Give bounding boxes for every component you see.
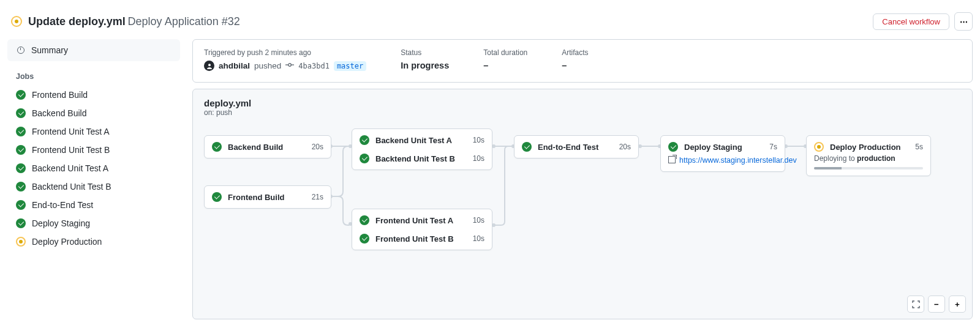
workflow-title: Update deploy.yml [28, 15, 126, 28]
node-label: Frontend Unit Test B [375, 234, 467, 244]
info-branch[interactable]: master [334, 61, 366, 71]
sidebar-job-label: Frontend Unit Test B [32, 145, 110, 155]
graph-zoom-out-button[interactable]: − [928, 296, 945, 313]
check-icon [360, 215, 369, 225]
node-deploy-production[interactable]: Deploy Production 5s Deploying to produc… [806, 135, 931, 176]
node-duration: 21s [312, 193, 323, 201]
workflow-running-icon [11, 16, 22, 27]
check-icon [360, 234, 369, 244]
sidebar-job-item[interactable]: Deploy Production [7, 232, 180, 251]
run-info-panel: Triggered by push 2 minutes ago ahdbilal… [192, 39, 973, 83]
node-duration: 10s [473, 216, 484, 225]
info-actor-action: pushed [254, 61, 281, 70]
info-artifacts-value: – [562, 61, 588, 70]
info-artifacts-col: Artifacts – [562, 48, 588, 71]
check-icon [16, 90, 26, 100]
more-actions-button[interactable]: ⋯ [954, 12, 973, 31]
cancel-workflow-button[interactable]: Cancel workflow [873, 13, 949, 30]
sidebar-summary[interactable]: Summary [7, 39, 180, 61]
check-icon [668, 142, 678, 152]
node-duration: 7s [769, 143, 777, 151]
sidebar-job-label: End-to-End Test [32, 200, 93, 210]
info-trigger-col: Triggered by push 2 minutes ago ahdbilal… [204, 48, 366, 71]
info-commit-sha[interactable]: 4ba3bd1 [298, 62, 330, 70]
node-duration: 20s [312, 143, 323, 151]
running-icon [814, 142, 824, 152]
check-icon [16, 218, 26, 228]
sidebar-jobs-heading: Jobs [7, 61, 180, 86]
kebab-icon: ⋯ [960, 17, 968, 26]
node-duration: 5s [915, 143, 923, 151]
graph-trigger-line: on: push [204, 108, 961, 117]
node-label: Backtend Unit Test B [375, 154, 467, 163]
info-status-col: Status In progress [401, 48, 449, 71]
node-duration: 10s [473, 234, 484, 243]
info-status-label: Status [401, 48, 449, 57]
running-icon [16, 237, 26, 247]
graph-zoom-in-button[interactable]: + [949, 296, 966, 313]
node-label: Backend Unit Test A [375, 136, 467, 145]
check-icon [16, 200, 26, 210]
progress-bar [814, 167, 923, 169]
node-backend-tests[interactable]: Backend Unit Test A 10s Backtend Unit Te… [352, 128, 492, 170]
sidebar-job-item[interactable]: End-to-End Test [7, 196, 180, 214]
svg-point-0 [208, 64, 211, 66]
plus-icon: + [955, 300, 960, 309]
sidebar-job-label: Frontend Unit Test A [32, 127, 110, 136]
avatar[interactable] [204, 61, 214, 71]
check-icon [16, 163, 26, 173]
sidebar-job-label: Deploy Production [32, 237, 102, 247]
node-frontend-tests[interactable]: Frontend Unit Test A 10s Frontend Unit T… [352, 209, 492, 250]
minus-icon: − [934, 300, 939, 309]
node-duration: 10s [473, 154, 484, 163]
node-frontend-build[interactable]: Frontend Build 21s [204, 185, 331, 209]
sidebar: Summary Jobs Frontend BuildBackend Build… [7, 39, 180, 319]
info-status-value: In progress [401, 61, 449, 70]
sidebar-job-item[interactable]: Frontend Build [7, 86, 180, 104]
check-icon [212, 192, 222, 202]
node-label: Frontend Unit Test A [375, 216, 467, 225]
commit-icon [285, 61, 294, 71]
fullscreen-icon [912, 300, 920, 308]
node-duration: 10s [473, 136, 484, 144]
node-backend-build[interactable]: Backend Build 20s [204, 135, 331, 158]
info-artifacts-label: Artifacts [562, 48, 588, 57]
node-deploy-staging[interactable]: Deploy Staging 7s https://www.staging.in… [660, 135, 785, 172]
workflow-subtitle: Deploy Application #32 [128, 15, 240, 28]
node-label: End-to-End Test [538, 143, 613, 152]
external-link-icon [668, 155, 676, 165]
check-icon [16, 182, 26, 192]
node-label: Backend Build [228, 143, 306, 152]
page-header: Update deploy.yml Deploy Application #32… [7, 7, 973, 39]
sidebar-job-item[interactable]: Backend Build [7, 104, 180, 122]
sidebar-job-label: Backend Unit Test A [32, 163, 108, 173]
graph-workflow-file: deploy.yml [204, 98, 961, 108]
node-label: Frontend Build [228, 193, 306, 202]
node-label: Deploy Production [830, 143, 909, 152]
node-label: Deploy Staging [684, 143, 763, 152]
node-link-url[interactable]: https://www.staging.interstellar.dev [679, 156, 797, 165]
check-icon [522, 142, 532, 152]
svg-point-1 [288, 64, 292, 67]
sidebar-job-label: Deploy Staging [32, 218, 90, 228]
check-icon [16, 108, 26, 118]
meter-icon [16, 45, 26, 55]
info-duration-col: Total duration – [483, 48, 527, 71]
sidebar-job-item[interactable]: Deploy Staging [7, 214, 180, 232]
info-duration-label: Total duration [483, 48, 527, 57]
node-duration: 20s [619, 143, 631, 151]
node-progress-message: Deploying to production [814, 154, 923, 163]
sidebar-job-item[interactable]: Frontend Unit Test A [7, 122, 180, 141]
check-icon [360, 154, 369, 163]
sidebar-job-item[interactable]: Backend Unit Test A [7, 159, 180, 177]
check-icon [16, 145, 26, 155]
graph-fullscreen-button[interactable] [907, 296, 924, 313]
sidebar-job-item[interactable]: Frontend Unit Test B [7, 141, 180, 159]
node-e2e[interactable]: End-to-End Test 20s [514, 135, 639, 158]
sidebar-summary-label: Summary [31, 45, 68, 55]
info-actor[interactable]: ahdbilal [219, 61, 250, 70]
info-duration-value: – [483, 61, 527, 70]
sidebar-job-label: Backtend Unit Test B [32, 182, 111, 192]
check-icon [16, 127, 26, 136]
sidebar-job-item[interactable]: Backtend Unit Test B [7, 177, 180, 196]
